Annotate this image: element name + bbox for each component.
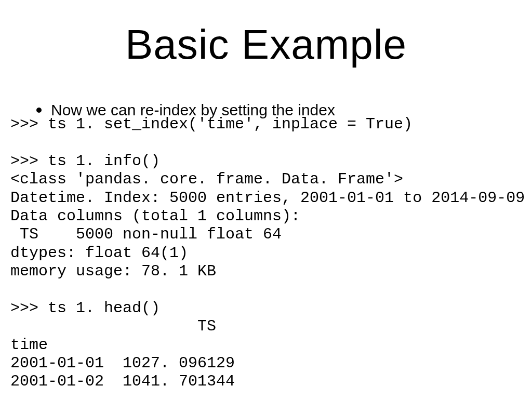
slide: Basic Example Now we can re-index by set… (0, 0, 532, 399)
slide-title: Basic Example (0, 21, 532, 69)
code-block: >>> ts 1. set_index('time', inplace = Tr… (10, 115, 522, 391)
bullet-icon (36, 108, 42, 113)
